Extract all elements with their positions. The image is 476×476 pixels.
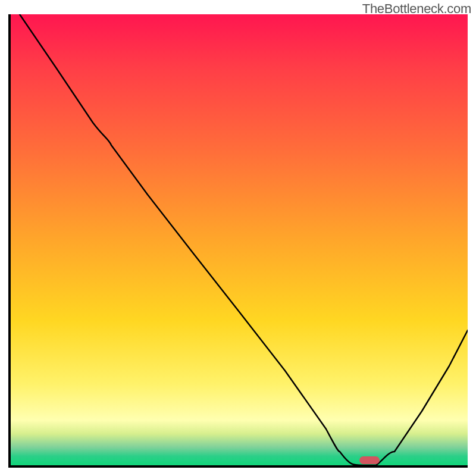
bottleneck-curve — [11, 14, 468, 465]
curve-path — [20, 14, 468, 465]
minimum-marker — [359, 456, 380, 464]
chart-root: TheBottleneck.com — [0, 0, 476, 476]
watermark-text: TheBottleneck.com — [362, 1, 471, 17]
plot-area — [8, 14, 468, 468]
